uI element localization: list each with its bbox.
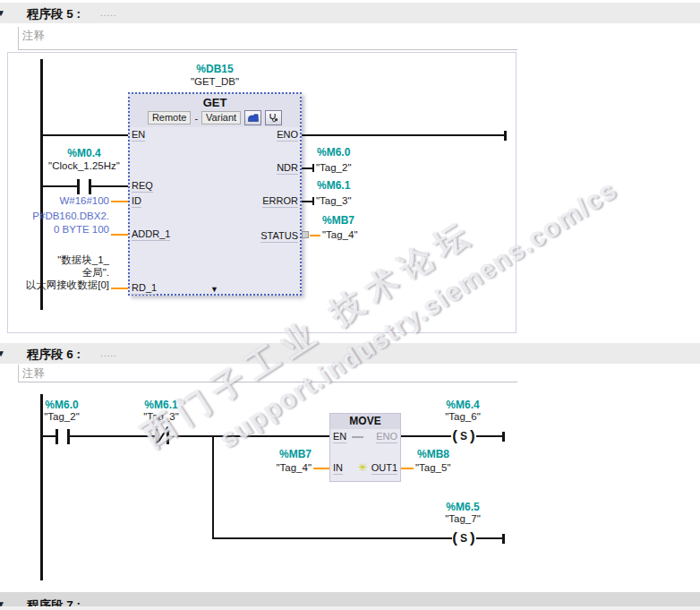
move-block-title: MOVE (330, 414, 400, 429)
error-name[interactable]: "Tag_3" (316, 195, 352, 206)
pin-eno[interactable]: ENO (362, 431, 397, 443)
network6-header[interactable]: ▼ 程序段 6 : ..... (0, 343, 700, 364)
stethoscope-icon (269, 113, 278, 123)
coil2-address[interactable]: %M6.5 (427, 501, 499, 513)
ndr-name[interactable]: "Tag_2" (316, 162, 352, 173)
wire-rd1 (111, 288, 128, 289)
out-operand-address[interactable]: %MB8 (417, 448, 449, 460)
wire-eno (302, 134, 506, 136)
network5-comment[interactable]: 注释 (18, 27, 517, 50)
diagnostics-button[interactable] (265, 110, 282, 125)
variant-separator: - (194, 113, 198, 124)
wire-out1 (401, 468, 414, 469)
wire-status (310, 235, 320, 236)
set-coil[interactable]: S (450, 427, 477, 445)
coil1-name[interactable]: "Tag_6" (427, 411, 499, 422)
network6-title[interactable]: 程序段 6 : (27, 347, 81, 363)
network5-title-dots[interactable]: ..... (100, 8, 117, 18)
in-operand-name[interactable]: "Tag_4" (258, 462, 312, 473)
collapse-triangle-icon[interactable]: ▼ (0, 348, 5, 358)
contact-name[interactable]: "Clock_1.25Hz" (30, 160, 138, 171)
pin-in[interactable]: IN (333, 462, 343, 475)
pin-req[interactable]: REQ (132, 180, 153, 193)
status-name[interactable]: "Tag_4" (322, 229, 358, 240)
network7-title[interactable]: 程序段 7 : (27, 597, 81, 606)
get-block[interactable]: GET Remote - Variant (128, 92, 302, 296)
rd1-operand-line3[interactable]: 以太网接收数据[0] (2, 279, 109, 292)
status-address[interactable]: %MB7 (322, 214, 354, 227)
rd1-operand-line1[interactable]: "数据块_1_ (2, 253, 109, 267)
add-output-icon[interactable]: ✳ (358, 461, 367, 474)
network7-comment-edge (0, 606, 700, 610)
no-contact[interactable] (77, 179, 80, 194)
no-contact[interactable] (55, 429, 58, 444)
en-eno-link (352, 436, 363, 438)
expand-parameters-icon[interactable]: ▼ (210, 285, 218, 294)
collapse-triangle-icon[interactable]: ▼ (0, 8, 5, 18)
contact2-address[interactable]: %M6.1 (125, 399, 197, 411)
addr1-constant-line2[interactable]: 0 BYTE 100 (20, 224, 109, 235)
out-operand-name[interactable]: "Tag_5" (415, 462, 451, 473)
network7-header[interactable]: ▼ 程序段 7 : (0, 592, 700, 606)
pin-ndr[interactable]: NDR (226, 162, 298, 175)
pin-rd1[interactable]: RD_1 (132, 282, 157, 295)
variant-left-select[interactable]: Remote (148, 111, 192, 125)
coil2-name[interactable]: "Tag_7" (427, 513, 499, 524)
collapse-triangle-icon[interactable]: ▼ (0, 599, 5, 606)
status-box-icon[interactable] (302, 231, 309, 238)
wire-addr1 (111, 234, 128, 236)
pin-en[interactable]: EN (132, 129, 145, 142)
pin-out1[interactable]: OUT1 (367, 462, 397, 475)
lad-editor: ▼ 程序段 5 : ..... 注释 %DB15 "GET_DB" GET Re… (0, 0, 700, 610)
addr1-constant-line1[interactable]: P#DB160.DBX2. (20, 210, 109, 221)
contact-address[interactable]: %M0.4 (48, 147, 120, 159)
pin-addr1[interactable]: ADDR_1 (132, 228, 170, 241)
pin-status[interactable]: STATUS (226, 230, 298, 243)
ndr-address[interactable]: %M6.0 (317, 146, 350, 159)
wire-id (111, 201, 128, 202)
coil1-address[interactable]: %M6.4 (427, 399, 499, 411)
get-block-title: GET (130, 94, 300, 109)
wire-en (41, 134, 128, 136)
power-rail (40, 394, 43, 580)
branch-wire (212, 435, 214, 539)
error-address[interactable]: %M6.1 (317, 179, 350, 192)
get-db-address[interactable]: %DB15 (161, 63, 269, 75)
pin-id[interactable]: ID (132, 195, 141, 208)
pin-error[interactable]: ERROR (226, 195, 298, 208)
id-constant[interactable]: W#16#100 (20, 195, 109, 206)
set-coil[interactable]: S (450, 529, 477, 547)
variant-right-select[interactable]: Variant (201, 111, 241, 125)
network6-title-dots[interactable]: ..... (100, 348, 117, 358)
pin-en[interactable]: EN (333, 431, 346, 443)
in-operand-address[interactable]: %MB7 (258, 448, 312, 460)
rd1-operand-line2[interactable]: 全局". (2, 266, 109, 279)
contact1-name[interactable]: "Tag_2" (26, 411, 98, 422)
configure-connection-button[interactable] (244, 110, 261, 125)
wire-end-tick (504, 131, 507, 141)
contact2-name[interactable]: "Tag_3" (125, 411, 197, 422)
wire-in (313, 468, 329, 469)
get-db-name[interactable]: "GET_DB" (161, 76, 269, 87)
network5-header[interactable]: ▼ 程序段 5 : ..... (0, 3, 700, 23)
pin-eno[interactable]: ENO (226, 129, 298, 142)
contact1-address[interactable]: %M6.0 (26, 399, 98, 411)
network5-title[interactable]: 程序段 5 : (27, 6, 81, 22)
network6-comment[interactable]: 注释 (18, 365, 517, 382)
config-icon (248, 114, 259, 122)
